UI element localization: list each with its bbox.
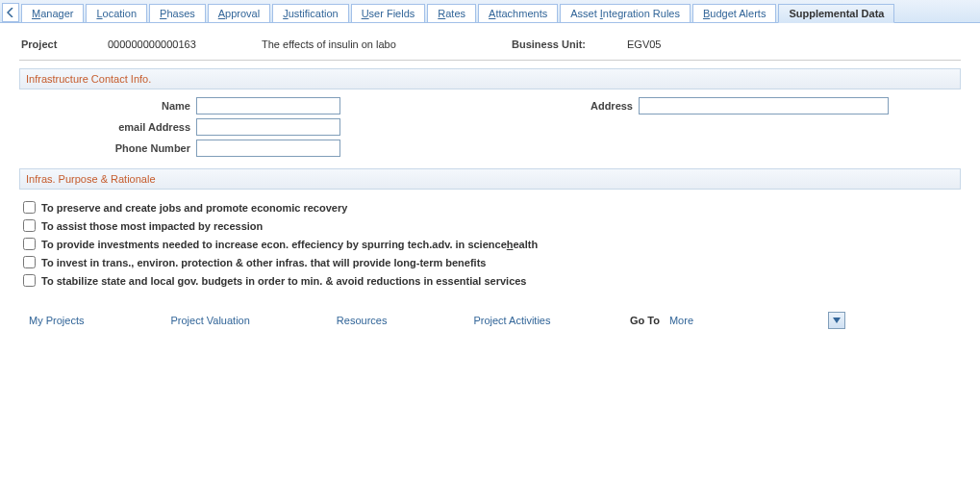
- purpose-checklist: To preserve and create jobs and promote …: [19, 190, 961, 296]
- purpose-checkbox-2[interactable]: [23, 238, 36, 250]
- name-label: Name: [23, 100, 196, 112]
- purpose-checkbox-3[interactable]: [23, 256, 36, 268]
- address-label: Address: [542, 100, 639, 112]
- tab-manager[interactable]: Manager: [21, 4, 84, 22]
- tab-phases[interactable]: Phases: [149, 4, 206, 22]
- tab-approval[interactable]: Approval: [208, 4, 270, 22]
- purpose-checkbox-0[interactable]: [23, 201, 36, 214]
- tab-user-fields[interactable]: User Fields: [351, 4, 426, 22]
- phone-input[interactable]: [196, 140, 340, 157]
- phone-label: Phone Number: [23, 142, 196, 154]
- name-input[interactable]: [196, 97, 340, 114]
- goto-wrap: Go To More: [630, 312, 845, 329]
- content-area: Project 000000000000163 The effects of i…: [0, 23, 980, 302]
- tab-attachments[interactable]: Attachments: [478, 4, 558, 22]
- chevron-down-icon: [833, 318, 841, 323]
- footer-link-resources[interactable]: Resources: [337, 315, 388, 326]
- tab-budget-alerts[interactable]: Budget Alerts: [692, 4, 776, 22]
- purpose-label-0: To preserve and create jobs and promote …: [41, 202, 347, 214]
- footer-link-my-projects[interactable]: My Projects: [29, 315, 84, 326]
- project-name: The effects of insulin on labo: [262, 38, 512, 50]
- tab-asset-integration-rules[interactable]: Asset Integration Rules: [560, 4, 691, 22]
- section-header-contact: Infrastructure Contact Info.: [19, 68, 961, 89]
- purpose-item-0: To preserve and create jobs and promote …: [23, 201, 957, 214]
- purpose-item-1: To assist those most impacted by recessi…: [23, 219, 957, 232]
- purpose-checkbox-4[interactable]: [23, 274, 36, 287]
- tab-justification[interactable]: Justification: [272, 4, 348, 22]
- business-unit-label: Business Unit:: [512, 38, 627, 50]
- purpose-item-4: To stabilize state and local gov. budget…: [23, 274, 957, 287]
- section-header-purpose: Infras. Purpose & Rationale: [19, 168, 961, 190]
- footer-link-project-activities[interactable]: Project Activities: [473, 315, 550, 326]
- purpose-item-2: To provide investments needed to increas…: [23, 238, 957, 250]
- goto-label: Go To: [630, 315, 660, 326]
- purpose-label-4: To stabilize state and local gov. budget…: [41, 275, 527, 287]
- tab-location[interactable]: Location: [86, 4, 147, 22]
- goto-dropdown-button[interactable]: [828, 312, 845, 329]
- tab-bar: ManagerLocationPhasesApprovalJustificati…: [0, 0, 980, 23]
- project-id: 000000000000163: [108, 38, 262, 50]
- tab-supplemental-data[interactable]: Supplemental Data: [778, 4, 894, 23]
- email-label: email Address: [23, 121, 196, 133]
- goto-value[interactable]: More: [669, 315, 693, 326]
- project-label: Project: [21, 38, 108, 50]
- address-input[interactable]: [639, 97, 889, 114]
- purpose-label-2: To provide investments needed to increas…: [41, 239, 538, 250]
- email-input[interactable]: [196, 118, 340, 136]
- footer-link-project-valuation[interactable]: Project Valuation: [170, 315, 249, 326]
- tab-rates[interactable]: Rates: [427, 4, 476, 22]
- contact-form: Name Address email Address Phone Number: [19, 89, 961, 161]
- purpose-item-3: To invest in trans., environ. protection…: [23, 256, 957, 268]
- tabbar-scroll-left[interactable]: [2, 3, 19, 22]
- business-unit-value: EGV05: [627, 38, 661, 50]
- purpose-label-1: To assist those most impacted by recessi…: [41, 220, 263, 232]
- purpose-label-3: To invest in trans., environ. protection…: [41, 257, 486, 268]
- footer-links: My ProjectsProject ValuationResourcesPro…: [0, 302, 980, 343]
- project-header-row: Project 000000000000163 The effects of i…: [19, 33, 961, 61]
- purpose-checkbox-1[interactable]: [23, 219, 36, 232]
